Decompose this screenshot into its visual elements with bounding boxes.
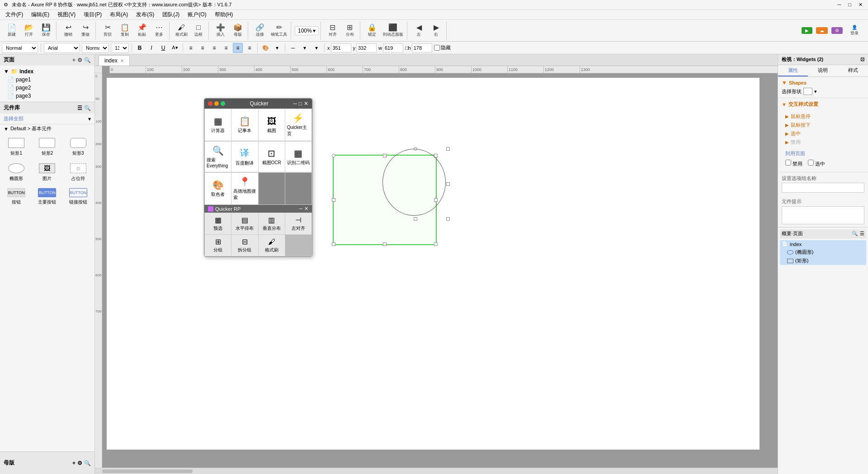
quicker-amap[interactable]: 📍 高德地图搜索 <box>231 173 258 204</box>
outline-filter-icon[interactable]: ☰ <box>860 231 864 237</box>
tab-properties[interactable]: 属性 <box>778 65 808 76</box>
widget-category[interactable]: ▼ Default > 基本元件 <box>0 124 94 133</box>
share-btn[interactable]: ☁ <box>816 27 828 34</box>
inspector-expand-icon[interactable]: ⊡ <box>860 57 864 62</box>
redo-btn[interactable]: ↪重做 <box>77 23 94 39</box>
handle-bl[interactable] <box>332 242 335 246</box>
paste-btn[interactable]: 📌粘贴 <box>134 23 150 39</box>
circle-handle-mr[interactable] <box>446 182 450 186</box>
master-settings-icon[interactable]: ⚙ <box>77 460 82 466</box>
shape-dropdown-icon[interactable]: ▾ <box>814 89 817 95</box>
preview-btn[interactable]: ▶ <box>802 27 812 34</box>
outline-ellipse[interactable]: (椭圆形) <box>780 248 866 256</box>
master-add-icon[interactable]: + <box>72 460 75 466</box>
zoom-dropdown-icon[interactable]: ▾ <box>313 28 316 34</box>
style-dropdown[interactable]: Normal <box>2 43 38 53</box>
widgets-menu-icon[interactable]: ☰ <box>77 105 82 111</box>
select-dropdown-icon[interactable]: ▾ <box>88 116 91 122</box>
hidden-checkbox[interactable] <box>434 45 440 51</box>
outline-search-icon[interactable]: 🔍 <box>852 231 858 237</box>
menu-layout[interactable]: 布局(A) <box>106 10 132 19</box>
menu-edit[interactable]: 编辑(E) <box>28 10 53 19</box>
undo-btn[interactable]: ↩撤销 <box>60 23 76 39</box>
tool-v-dist[interactable]: ▥ 垂直分布 <box>259 213 285 234</box>
w-input[interactable] <box>383 43 403 52</box>
quicker-calculator[interactable]: ▦ 计算器 <box>205 109 231 141</box>
open-btn[interactable]: 📂打开 <box>21 23 37 39</box>
selected-checkbox[interactable] <box>808 160 814 166</box>
widget-btn1[interactable]: BUTTON 按钮 <box>2 185 31 207</box>
plugin-btn[interactable]: ⚙ <box>831 27 843 34</box>
outline-page[interactable]: 📄 index <box>780 240 866 248</box>
master-search-icon[interactable]: 🔍 <box>84 460 91 466</box>
ellipse-widget[interactable] <box>382 149 446 216</box>
canvas-content[interactable]: Quicker ─ □ ✕ ▦ 计算器 <box>102 73 778 468</box>
shape-box[interactable] <box>803 88 812 95</box>
quicker-ocr[interactable]: ⊡ 截图OCR <box>259 142 285 172</box>
widgets-search-icon[interactable]: 🔍 <box>84 105 91 111</box>
format-painter-btn[interactable]: 🖌格式刷 <box>173 23 189 39</box>
circle-handle-bm[interactable] <box>414 217 417 221</box>
more-format-btn[interactable]: ▾ <box>311 43 321 53</box>
widget-rect2[interactable]: 矩形2 <box>33 135 61 158</box>
tool-group[interactable]: ⊞ 分组 <box>205 235 231 256</box>
insert-btn[interactable]: ➕插入 <box>212 23 229 39</box>
align-btn[interactable]: ⊟对齐 <box>325 23 341 39</box>
quicker-qr[interactable]: ▦ 识别二维码 <box>285 142 311 172</box>
connect-btn[interactable]: 🔗连接 <box>252 23 268 39</box>
border-color-btn[interactable]: ▾ <box>272 43 282 53</box>
widget-ellipse[interactable]: 椭圆形 <box>2 160 31 184</box>
hint-textarea[interactable] <box>782 206 864 224</box>
fill-color-btn[interactable]: 🎨 <box>260 43 270 53</box>
circle-handle-br[interactable] <box>446 217 450 221</box>
disabled-checkbox[interactable] <box>785 160 791 166</box>
page-root-folder[interactable]: ▼ 📁 index <box>0 67 94 76</box>
italic-btn[interactable]: I <box>146 43 156 53</box>
align-middle-btn[interactable]: ≡ <box>233 43 243 53</box>
select-all-label[interactable]: 选择全部 <box>4 115 24 122</box>
interaction-hover[interactable]: ▶ 鼠标悬停 <box>785 112 861 121</box>
scrollbar-thumb[interactable] <box>102 469 193 473</box>
quicker-homepage[interactable]: ⚡ Quicker主页 <box>285 109 311 141</box>
y-input[interactable] <box>356 43 377 52</box>
bold-btn[interactable]: B <box>135 43 145 53</box>
underline-btn[interactable]: U <box>158 43 168 53</box>
interaction-disabled[interactable]: ▶ 禁用 <box>785 138 861 147</box>
tab-notes[interactable]: 说明 <box>808 65 838 76</box>
h-input[interactable] <box>412 43 432 52</box>
align-left-btn[interactable]: ≡ <box>186 43 196 53</box>
outline-rect[interactable]: (矩形) <box>780 256 866 265</box>
widget-btn3[interactable]: BUTTON 链接按钮 <box>64 185 93 207</box>
interaction-selected[interactable]: ▶ 选中 <box>785 129 861 138</box>
menu-file[interactable]: 文件(F) <box>2 10 27 19</box>
tool-h-layout[interactable]: ▤ 水平排布 <box>231 213 258 234</box>
more-btn[interactable]: ⋯更多 <box>151 23 167 39</box>
new-btn[interactable]: 📄新建 <box>4 23 20 39</box>
font-size-dropdown[interactable]: 13 <box>111 43 129 53</box>
copy-btn[interactable]: 📋复制 <box>117 23 133 39</box>
tool-align-left[interactable]: ⊣ 左对齐 <box>285 213 311 234</box>
tool-ungroup[interactable]: ⊟ 拆分组 <box>231 235 258 256</box>
quicker-everything[interactable]: 🔍 搜索Everything <box>205 142 231 172</box>
tool-empty[interactable] <box>285 235 311 256</box>
menu-view[interactable]: 视图(V) <box>54 10 79 19</box>
widget-rect3[interactable]: 矩形3 <box>64 135 93 158</box>
pages-more-icon[interactable]: 🔍 <box>84 57 91 63</box>
zoom-input[interactable]: 100% ▾ <box>295 26 319 35</box>
canvas-scrollbar[interactable] <box>95 468 778 474</box>
save-btn[interactable]: 💾保存 <box>38 23 54 39</box>
widget-image[interactable]: 🖼 图片 <box>33 160 61 184</box>
widget-btn2[interactable]: BUTTON 主要按钮 <box>33 185 61 207</box>
tab-style[interactable]: 样式 <box>838 65 868 76</box>
move-left-btn[interactable]: ◀左 <box>411 23 427 39</box>
quicker-baidu-translate[interactable]: 译 百度翻译 <box>231 142 258 172</box>
lock-btn[interactable]: 🔒锁定 <box>364 23 380 39</box>
font-style-dropdown[interactable]: Normal <box>82 43 109 53</box>
circle-handle-tr[interactable] <box>446 147 450 151</box>
pen-btn[interactable]: ✏钢笔工具 <box>269 23 289 39</box>
x-input[interactable] <box>331 43 351 52</box>
menu-account[interactable]: 账户(O) <box>184 10 210 19</box>
tool-format-painter[interactable]: 🖌 格式刷 <box>259 235 285 256</box>
pages-header[interactable]: 页面 + ⚙ 🔍 <box>0 54 94 66</box>
widget-placeholder[interactable]: ⊡ 占位符 <box>64 160 93 184</box>
